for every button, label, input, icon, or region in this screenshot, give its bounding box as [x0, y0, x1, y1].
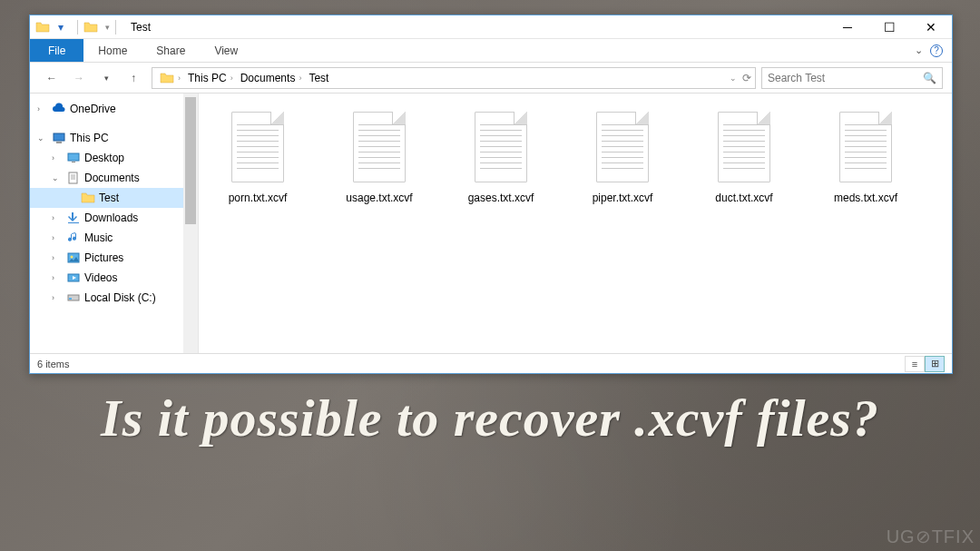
recent-dropdown[interactable]: ▾	[93, 66, 119, 90]
nav-tree: ›OneDrive⌄This PC›Desktop⌄DocumentsTest›…	[30, 93, 199, 353]
address-bar[interactable]: › This PC › Documents › Test ⌄ ⟳	[152, 67, 756, 89]
file-label: piper.txt.xcvf	[593, 192, 653, 204]
tree-item-this-pc[interactable]: ⌄This PC	[30, 128, 198, 148]
breadcrumb-root-icon[interactable]: ›	[156, 71, 184, 85]
tree-item-desktop[interactable]: ›Desktop	[30, 148, 198, 168]
desktop-icon	[66, 151, 81, 165]
caption-text: Is it possible to recover .xcvf files?	[0, 389, 980, 449]
breadcrumb-label: Documents	[240, 72, 296, 84]
svg-rect-1	[56, 142, 62, 143]
file-explorer-window: ▾ ▾ Test ─ ☐ ✕ File Home Share View ⌄ ? …	[29, 15, 953, 374]
up-button[interactable]: ↑	[121, 66, 146, 90]
file-icon	[346, 108, 413, 188]
file-item[interactable]: gases.txt.xcvf	[451, 108, 551, 204]
chevron-icon[interactable]: ›	[52, 153, 63, 162]
svg-rect-8	[68, 222, 79, 223]
tree-item-music[interactable]: ›Music	[30, 228, 198, 248]
file-label: usage.txt.xcvf	[346, 192, 412, 204]
pictures-icon	[66, 251, 81, 265]
tree-item-label: Downloads	[84, 212, 138, 224]
minimize-button[interactable]: ─	[827, 15, 868, 39]
svg-rect-4	[69, 172, 77, 183]
tree-item-local-disk-c-[interactable]: ›Local Disk (C:)	[30, 288, 198, 308]
quick-save-icon[interactable]: ▾	[54, 20, 68, 34]
tree-item-label: Documents	[84, 172, 140, 184]
file-pane[interactable]: porn.txt.xcvfusage.txt.xcvfgases.txt.xcv…	[199, 93, 952, 353]
documents-icon	[66, 171, 81, 185]
maximize-button[interactable]: ☐	[868, 15, 910, 39]
chevron-icon[interactable]: ›	[52, 213, 63, 222]
tab-view[interactable]: View	[200, 39, 252, 62]
breadcrumb-item[interactable]: Documents ›	[237, 72, 306, 84]
search-input[interactable]	[768, 72, 923, 84]
help-icon[interactable]: ?	[930, 44, 943, 57]
forward-button[interactable]: →	[66, 66, 92, 90]
scrollbar[interactable]	[183, 93, 198, 353]
file-item[interactable]: meds.txt.xcvf	[816, 108, 916, 204]
chevron-down-icon[interactable]: ▾	[105, 23, 110, 32]
file-icon	[589, 108, 656, 188]
file-icon	[832, 108, 899, 188]
breadcrumb-label: Test	[309, 72, 328, 84]
file-label: duct.txt.xcvf	[715, 192, 772, 204]
tree-item-pictures[interactable]: ›Pictures	[30, 248, 198, 268]
chevron-icon[interactable]: ›	[52, 293, 63, 302]
file-item[interactable]: usage.txt.xcvf	[329, 108, 429, 204]
tree-item-label: This PC	[70, 132, 109, 144]
breadcrumb-item[interactable]: Test	[305, 72, 332, 84]
navigation-bar: ← → ▾ ↑ › This PC › Documents › Test ⌄ ⟳	[30, 63, 952, 93]
folder-icon	[35, 20, 50, 34]
folder-open-icon[interactable]	[83, 20, 98, 34]
file-label: porn.txt.xcvf	[229, 192, 288, 204]
breadcrumb-item[interactable]: This PC ›	[184, 72, 237, 84]
videos-icon	[66, 271, 81, 285]
tree-item-label: Pictures	[84, 251, 123, 264]
quick-access-toolbar: ▾	[83, 20, 110, 34]
watermark: UG⊘TFIX	[887, 526, 975, 547]
chevron-icon[interactable]: ›	[37, 104, 48, 113]
details-view-button[interactable]: ≡	[905, 356, 925, 372]
ribbon-expand-icon[interactable]: ⌄	[915, 44, 923, 56]
file-item[interactable]: duct.txt.xcvf	[694, 108, 794, 204]
tree-item-test[interactable]: Test	[30, 188, 198, 208]
tree-item-onedrive[interactable]: ›OneDrive	[30, 99, 198, 119]
chevron-icon[interactable]: ›	[52, 253, 63, 262]
scrollbar-thumb[interactable]	[185, 97, 196, 224]
svg-point-10	[71, 256, 74, 259]
divider	[115, 20, 116, 34]
svg-rect-13	[69, 298, 72, 300]
chevron-icon[interactable]: ›	[52, 273, 63, 282]
disk-icon	[66, 290, 81, 305]
refresh-icon[interactable]: ⟳	[742, 72, 751, 84]
close-button[interactable]: ✕	[910, 15, 952, 39]
tree-item-documents[interactable]: ⌄Documents	[30, 168, 198, 188]
search-icon[interactable]: 🔍	[923, 72, 936, 84]
file-item[interactable]: porn.txt.xcvf	[208, 108, 308, 204]
search-box[interactable]: 🔍	[761, 67, 943, 89]
chevron-icon[interactable]: ›	[52, 233, 63, 242]
folder-icon	[81, 191, 95, 205]
chevron-icon[interactable]: ⌄	[52, 173, 63, 182]
tree-item-label: Videos	[84, 271, 117, 284]
cloud-icon	[52, 102, 66, 116]
tree-item-videos[interactable]: ›Videos	[30, 268, 198, 288]
file-menu[interactable]: File	[30, 39, 83, 62]
file-icon	[224, 108, 291, 188]
address-dropdown-icon[interactable]: ⌄	[730, 74, 737, 83]
back-button[interactable]: ←	[39, 66, 64, 90]
ribbon-tabs: File Home Share View ⌄ ?	[30, 39, 952, 63]
tree-item-label: Desktop	[84, 152, 124, 164]
pc-icon	[52, 131, 66, 145]
item-count: 6 items	[37, 359, 69, 369]
file-item[interactable]: piper.txt.xcvf	[573, 108, 672, 204]
file-icon	[467, 108, 534, 188]
breadcrumb-label: This PC	[188, 72, 227, 84]
chevron-icon[interactable]: ⌄	[37, 133, 48, 143]
tree-item-downloads[interactable]: ›Downloads	[30, 208, 198, 228]
tab-share[interactable]: Share	[142, 39, 200, 62]
file-label: gases.txt.xcvf	[468, 192, 534, 204]
titlebar: ▾ ▾ Test ─ ☐ ✕	[30, 15, 952, 39]
tab-home[interactable]: Home	[83, 39, 142, 62]
svg-rect-2	[68, 153, 79, 161]
icons-view-button[interactable]: ⊞	[925, 356, 945, 372]
